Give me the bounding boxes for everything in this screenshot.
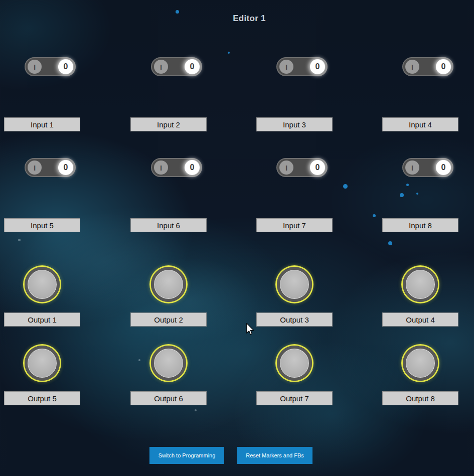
output-lamp-7[interactable] [277, 346, 312, 381]
output-label-1: Output 1 [4, 312, 80, 327]
input-label-3: Input 3 [256, 117, 333, 131]
toggle-on-knob: I [405, 60, 419, 74]
toggle-off-knob: 0 [436, 160, 451, 175]
input-label-1: Input 1 [4, 117, 80, 131]
input-toggle-2[interactable]: I 0 [151, 57, 202, 76]
input-toggle-6[interactable]: I 0 [151, 158, 202, 177]
background-dot [388, 241, 392, 245]
background-dot [373, 214, 376, 217]
mouse-cursor-icon [245, 323, 256, 335]
input-label-2: Input 2 [130, 117, 207, 131]
input-toggle-1[interactable]: I 0 [25, 57, 76, 76]
reset-markers-and-fbs-button[interactable]: Reset Markers and FBs [237, 447, 312, 464]
toggle-on-knob: I [154, 161, 168, 175]
input-toggle-5[interactable]: I 0 [25, 158, 76, 177]
output-lamp-3[interactable] [277, 267, 312, 302]
input-toggle-3[interactable]: I 0 [276, 57, 328, 76]
input-label-5: Input 5 [4, 218, 80, 232]
toggle-off-knob: 0 [310, 59, 325, 74]
background-dot [416, 193, 418, 195]
background-speck [195, 409, 197, 411]
output-label-7: Output 7 [256, 391, 333, 405]
toggle-on-knob: I [279, 161, 293, 175]
background-speck [18, 239, 21, 241]
toggle-off-knob: 0 [58, 59, 73, 74]
background-dot [228, 52, 230, 54]
output-label-6: Output 6 [130, 391, 207, 405]
output-lamp-4[interactable] [403, 267, 438, 302]
background-dot [176, 10, 179, 14]
input-label-8: Input 8 [382, 218, 458, 232]
input-toggle-7[interactable]: I 0 [276, 158, 328, 177]
output-lamp-1[interactable] [25, 267, 60, 302]
switch-to-programming-button[interactable]: Switch to Programming [149, 447, 224, 464]
output-label-8: Output 8 [382, 391, 458, 405]
toggle-off-knob: 0 [185, 59, 200, 74]
output-label-2: Output 2 [130, 312, 207, 327]
output-label-3: Output 3 [256, 312, 333, 327]
background-speck [138, 359, 140, 361]
toggle-on-knob: I [405, 161, 419, 175]
background-dot [400, 193, 404, 197]
toggle-on-knob: I [28, 161, 42, 175]
toggle-off-knob: 0 [185, 160, 200, 175]
toggle-off-knob: 0 [58, 160, 73, 175]
output-lamp-5[interactable] [25, 346, 60, 381]
input-label-6: Input 6 [130, 218, 207, 232]
page-title: Editor 1 [233, 14, 266, 24]
input-label-7: Input 7 [256, 218, 333, 232]
output-lamp-2[interactable] [151, 267, 186, 302]
toggle-on-knob: I [154, 60, 168, 74]
background-dot [406, 184, 409, 186]
background-dot [343, 184, 348, 189]
toggle-on-knob: I [28, 60, 42, 74]
toggle-off-knob: 0 [436, 59, 451, 74]
input-label-4: Input 4 [382, 117, 458, 131]
input-toggle-4[interactable]: I 0 [402, 57, 453, 76]
toggle-on-knob: I [279, 60, 293, 74]
output-label-5: Output 5 [4, 391, 80, 405]
output-lamp-8[interactable] [403, 346, 438, 381]
output-label-4: Output 4 [382, 312, 458, 327]
output-lamp-6[interactable] [151, 346, 186, 381]
input-toggle-8[interactable]: I 0 [402, 158, 453, 177]
toggle-off-knob: 0 [310, 160, 325, 175]
